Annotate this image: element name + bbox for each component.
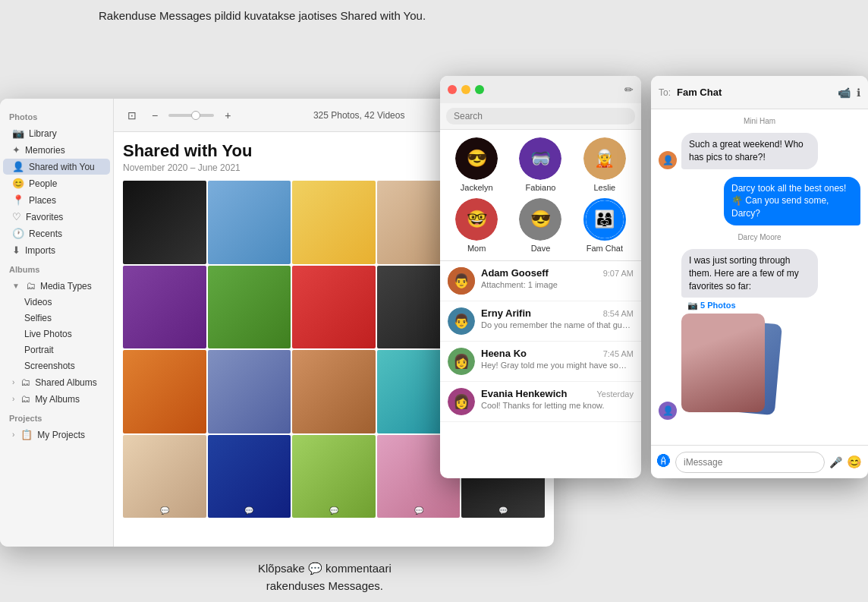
comment-icon[interactable]: 💬 [160,506,169,515]
conversation-item-erny[interactable]: 👨 Erny Arifin 8:54 AM Do you remember th… [440,301,641,342]
photo-cell[interactable] [292,266,376,349]
conv-preview: Attachment: 1 image [481,280,634,289]
contact-bubble-fabiano[interactable]: 🥽 Fabiano [511,137,569,192]
conversation-item-evania[interactable]: 👩 Evania Henkewich Yesterday Cool! Thank… [440,382,641,422]
photo-cell[interactable]: 💬 [208,435,291,518]
photo-cell[interactable] [123,181,206,264]
zoom-out-button[interactable]: − [147,107,162,124]
sidebar-item-live-photos[interactable]: Live Photos [3,326,110,342]
audio-button[interactable]: 🎤 [829,456,842,468]
places-icon: 📍 [12,194,24,206]
shared-albums-disclosure-icon: › [12,378,14,386]
memories-icon: ✦ [12,144,20,156]
contact-name: Fam Chat [587,244,623,253]
sidebar-item-shared-albums[interactable]: › 🗂 Shared Albums [3,374,110,390]
sidebar-item-places[interactable]: 📍 Places [3,192,110,208]
contact-bubble-famchat[interactable]: 👨‍👩‍👧 Fam Chat [576,198,634,253]
sender-label: Mini Ham [744,117,775,125]
sidebar-item-favorites[interactable]: ♡ Favorites [3,209,110,225]
compose-button[interactable]: ✏ [624,84,634,96]
contact-bubble-leslie[interactable]: 🧝 Leslie [576,137,634,192]
conv-avatar: 👨 [448,267,475,295]
annotation-bottom: Klõpsake 💬 kommentaarirakenduses Message… [258,560,392,594]
comment-icon[interactable]: 💬 [244,506,253,515]
sidebar-item-selfies[interactable]: Selfies [3,310,110,326]
conv-name: Adam Gooseff [481,267,549,279]
my-albums-disclosure-icon: › [12,395,14,403]
zoom-in-button[interactable]: + [220,107,235,124]
emoji-button[interactable]: 😊 [847,455,862,469]
conv-header: Erny Arifin 8:54 AM [481,307,634,319]
message-bubble: Such a great weekend! Who has pics to sh… [681,133,818,169]
close-button[interactable] [448,85,457,94]
maximize-button[interactable] [475,85,484,94]
sidebar: Photos 📷 Library ✦ Memories 👤 Shared wit… [0,99,114,547]
sidebar-section-projects: Projects [0,408,113,426]
conv-header: Evania Henkewich Yesterday [481,388,634,399]
contact-bubble-mom[interactable]: 🤓 Mom [448,198,505,253]
conv-info: Adam Gooseff 9:07 AM Attachment: 1 image [481,267,634,289]
photo-cell[interactable] [123,350,206,433]
sidebar-item-videos[interactable]: Videos [3,295,110,310]
contact-bubble-jackelyn[interactable]: 😎 Jackelyn [448,137,505,192]
comment-icon[interactable]: 💬 [414,506,423,515]
photo-preview [681,314,765,412]
message-bubble: Darcy took all the best ones! 🌴 Can you … [724,177,860,225]
photo-cell[interactable]: 💬 [123,435,206,518]
conv-info: Erny Arifin 8:54 AM Do you remember the … [481,307,634,329]
contact-avatar-dave: 😎 [519,198,561,241]
sidebar-item-my-projects[interactable]: › 📋 My Projects [3,427,110,443]
search-input[interactable] [446,108,635,124]
sidebar-item-shared-with-you[interactable]: 👤 Shared with You [3,159,110,175]
sidebar-item-library[interactable]: 📷 Library [3,125,110,141]
sidebar-item-my-albums[interactable]: › 🗂 My Albums [3,391,110,407]
comment-icon[interactable]: 💬 [329,506,338,515]
app-store-button[interactable]: 🅐 [657,454,671,470]
avatar-circle: 😎 [519,198,561,241]
message-avatar: 👤 [659,402,677,420]
contact-bubble-dave[interactable]: 😎 Dave [511,198,569,253]
sidebar-item-screenshots[interactable]: Screenshots [3,358,110,373]
conversation-item-adam[interactable]: 👨 Adam Gooseff 9:07 AM Attachment: 1 ima… [440,261,641,301]
contact-avatar-fabiano: 🥽 [519,137,561,180]
photo-cell[interactable] [123,266,206,349]
chat-messages: Mini Ham 👤 Such a great weekend! Who has… [651,109,868,445]
zoom-slider-group [168,114,214,117]
photo-cell[interactable]: 💬 [292,435,376,518]
sidebar-item-portrait[interactable]: Portrait [3,342,110,358]
sender-label: Darcy Moore [737,233,781,241]
avatar-circle: 👨 [448,267,475,295]
sidebar-item-people[interactable]: 😊 People [3,175,110,191]
photo-cell[interactable] [208,350,291,433]
photo-cell[interactable] [292,181,376,264]
shared-with-you-icon: 👤 [12,161,24,172]
sidebar-item-recents[interactable]: 🕐 Recents [3,225,110,241]
photo-cell[interactable] [292,350,376,433]
contact-name: Leslie [593,183,615,192]
contact-name: Jackelyn [461,183,493,192]
photo-card-front [681,314,765,412]
photo-cell[interactable] [208,181,291,264]
zoom-thumb[interactable] [191,111,200,120]
photo-cell[interactable] [208,266,291,349]
chat-info-button[interactable]: ℹ [857,87,860,99]
favorites-icon: ♡ [12,211,21,222]
video-call-button[interactable]: 📹 [838,87,851,99]
avatar-circle: 🧝 [583,137,626,180]
conv-time: 9:07 AM [603,269,634,278]
comment-icon[interactable]: 💬 [498,506,508,515]
sidebar-item-imports[interactable]: ⬇ Imports [3,242,110,258]
avatar-circle: 😎 [455,137,498,180]
sidebar-item-media-types[interactable]: ▼ 🗂 Media Types [3,278,110,294]
conv-time: 8:54 AM [603,309,634,318]
sidebar-item-memories[interactable]: ✦ Memories [3,142,110,158]
chat-input[interactable] [675,452,825,473]
slideshow-button[interactable]: ⊡ [123,107,141,124]
avatar-circle: 👩 [448,388,475,415]
conversation-item-heena[interactable]: 👩 Heena Ko 7:45 AM Hey! Gray told me you… [440,342,641,382]
minimize-button[interactable] [461,85,470,94]
my-projects-icon: 📋 [20,429,33,440]
chat-input-area: 🅐 🎤 😊 [651,445,868,478]
message-avatar: 👤 [659,151,677,169]
photos-link[interactable]: 📷 5 Photos [681,301,818,310]
